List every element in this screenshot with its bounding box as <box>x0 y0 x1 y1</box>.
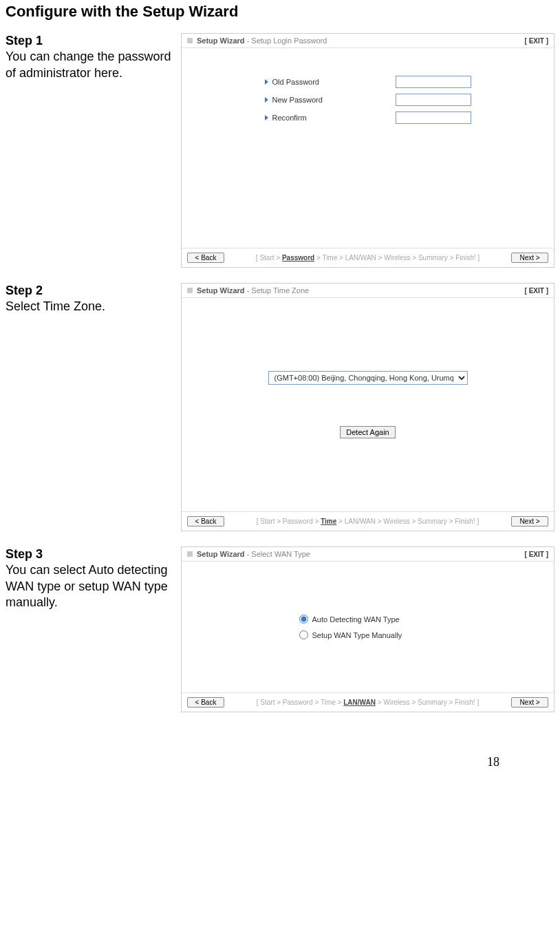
wan-manual-radio[interactable] <box>299 630 308 639</box>
breadcrumb-prefix: [ Start > Password > <box>257 518 321 525</box>
wan-manual-label: Setup WAN Type Manually <box>312 631 402 639</box>
step1-desc: You can change the password of administr… <box>6 49 181 81</box>
step2-wizard: Setup Wizard - Setup Time Zone [ EXIT ] … <box>181 283 554 531</box>
exit-button[interactable]: [ EXIT ] <box>525 551 548 558</box>
reconfirm-label: Reconfirm <box>272 114 396 122</box>
reconfirm-input[interactable] <box>396 111 471 124</box>
breadcrumb-prefix: [ Start > Password > Time > <box>257 699 343 706</box>
arrow-icon <box>265 79 268 85</box>
new-password-label: New Password <box>272 96 396 104</box>
old-password-label: Old Password <box>272 78 396 86</box>
arrow-icon <box>265 115 268 120</box>
breadcrumb-current: Password <box>282 254 314 262</box>
timezone-form: (GMT+08:00) Beijing, Chongqing, Hong Kon… <box>189 305 547 504</box>
step1-wizard: Setup Wizard - Setup Login Password [ EX… <box>181 33 554 268</box>
step2-desc: Select Time Zone. <box>6 299 181 315</box>
wizard-header-left: Setup Wizard - Setup Login Password <box>187 36 327 45</box>
next-button[interactable]: Next > <box>511 697 548 707</box>
wizard-footer: < Back [ Start > Password > Time > LAN/W… <box>182 248 554 267</box>
back-button[interactable]: < Back <box>187 253 224 263</box>
step3-row: Step 3 You can select Auto detecting WAN… <box>6 546 554 712</box>
step2-row: Step 2 Select Time Zone. Setup Wizard - … <box>6 283 554 531</box>
breadcrumb-suffix: > LAN/WAN > Wireless > Summary > Finish!… <box>336 518 479 525</box>
step2-label: Step 2 <box>6 283 181 299</box>
wan-auto-label: Auto Detecting WAN Type <box>312 615 400 624</box>
wan-auto-radio[interactable] <box>299 615 308 624</box>
wan-form: Auto Detecting WAN Type Setup WAN Type M… <box>189 568 547 685</box>
wizard-title-main: Setup Wizard <box>197 286 245 295</box>
exit-button[interactable]: [ EXIT ] <box>525 287 548 295</box>
step3-text: Step 3 You can select Auto detecting WAN… <box>6 546 181 611</box>
password-form: Old Password New Password Reconfirm <box>189 55 547 241</box>
next-button[interactable]: Next > <box>511 516 548 526</box>
exit-button[interactable]: [ EXIT ] <box>525 37 548 45</box>
wizard-footer: < Back [ Start > Password > Time > LAN/W… <box>182 692 554 712</box>
wizard-body: (GMT+08:00) Beijing, Chongqing, Hong Kon… <box>182 298 554 511</box>
wizard-header: Setup Wizard - Setup Login Password [ EX… <box>182 34 554 48</box>
step3-wizard: Setup Wizard - Select WAN Type [ EXIT ] … <box>181 546 554 712</box>
wan-manual-row[interactable]: Setup WAN Type Manually <box>299 630 437 639</box>
wizard-title-main: Setup Wizard <box>197 550 245 558</box>
step3-desc: You can select Auto detecting WAN type o… <box>6 562 181 610</box>
step2-text: Step 2 Select Time Zone. <box>6 283 181 315</box>
wan-auto-row[interactable]: Auto Detecting WAN Type <box>299 615 437 624</box>
next-button[interactable]: Next > <box>511 253 548 263</box>
breadcrumb-suffix: > Time > LAN/WAN > Wireless > Summary > … <box>314 254 480 262</box>
back-button[interactable]: < Back <box>187 697 224 707</box>
page-number: 18 <box>6 727 554 783</box>
breadcrumb-prefix: [ Start > <box>256 254 282 262</box>
wizard-title-main: Setup Wizard <box>197 36 245 45</box>
breadcrumb: [ Start > Password > Time > LAN/WAN > Wi… <box>257 699 479 706</box>
old-password-row: Old Password <box>265 76 471 88</box>
page-title: Configure with the Setup Wizard <box>6 3 554 21</box>
square-icon <box>187 288 193 293</box>
breadcrumb: [ Start > Password > Time > LAN/WAN > Wi… <box>256 254 480 262</box>
breadcrumb: [ Start > Password > Time > LAN/WAN > Wi… <box>257 518 479 525</box>
wizard-header: Setup Wizard - Setup Time Zone [ EXIT ] <box>182 284 554 298</box>
wizard-header-left: Setup Wizard - Setup Time Zone <box>187 286 309 295</box>
detect-again-button[interactable]: Detect Again <box>340 426 395 438</box>
step1-row: Step 1 You can change the password of ad… <box>6 33 554 268</box>
wizard-body: Old Password New Password Reconfirm <box>182 48 554 248</box>
back-button[interactable]: < Back <box>187 516 224 526</box>
wizard-header: Setup Wizard - Select WAN Type [ EXIT ] <box>182 547 554 562</box>
arrow-icon <box>265 97 268 103</box>
breadcrumb-current: LAN/WAN <box>343 699 376 706</box>
old-password-input[interactable] <box>396 76 471 88</box>
timezone-select[interactable]: (GMT+08:00) Beijing, Chongqing, Hong Kon… <box>268 371 468 385</box>
step3-label: Step 3 <box>6 546 181 562</box>
wizard-header-left: Setup Wizard - Select WAN Type <box>187 550 310 558</box>
step1-text: Step 1 You can change the password of ad… <box>6 33 181 81</box>
square-icon <box>187 551 193 557</box>
wizard-title-sub: - Select WAN Type <box>245 550 310 558</box>
breadcrumb-current: Time <box>321 518 336 525</box>
wizard-title-sub: - Setup Login Password <box>245 36 327 45</box>
step1-label: Step 1 <box>6 33 181 49</box>
new-password-input[interactable] <box>396 94 471 106</box>
reconfirm-row: Reconfirm <box>265 111 471 124</box>
square-icon <box>187 38 193 43</box>
breadcrumb-suffix: > Wireless > Summary > Finish! ] <box>376 699 479 706</box>
wizard-body: Auto Detecting WAN Type Setup WAN Type M… <box>182 562 554 692</box>
wizard-footer: < Back [ Start > Password > Time > LAN/W… <box>182 511 554 531</box>
new-password-row: New Password <box>265 94 471 106</box>
wizard-title-sub: - Setup Time Zone <box>245 286 310 295</box>
